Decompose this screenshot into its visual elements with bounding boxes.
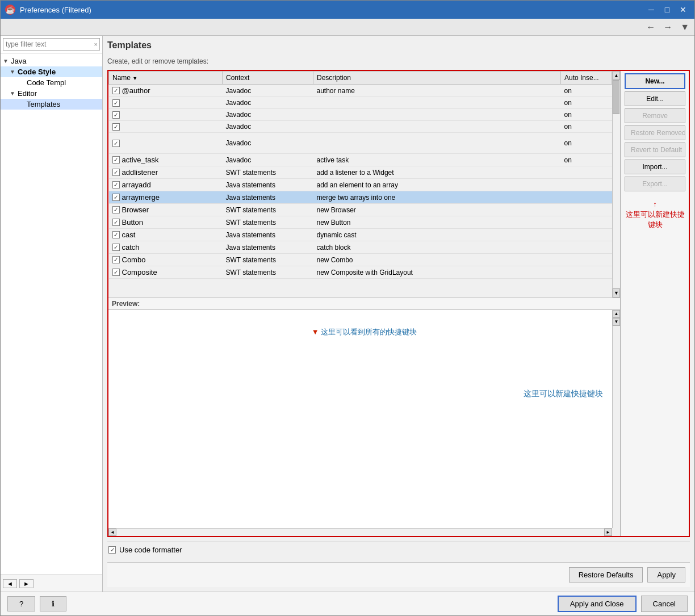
import-button[interactable]: Import... <box>625 160 685 174</box>
cell-description <box>313 97 561 109</box>
row-checkbox[interactable] <box>112 87 120 94</box>
cell-context: Java statements <box>223 191 313 204</box>
cell-auto: on <box>561 154 612 166</box>
name-value: cast <box>122 231 136 239</box>
preview-scroll-down[interactable]: ▼ <box>613 318 620 326</box>
table-row[interactable]: Combo SWT statements new Combo <box>109 254 612 266</box>
forward-button[interactable]: → <box>660 20 675 34</box>
sidebar-item-editor[interactable]: ▼ Editor <box>1 88 102 99</box>
table-row[interactable]: active_task Javadoc active task on <box>109 154 612 166</box>
table-row[interactable]: Javadoc on <box>109 109 612 121</box>
sidebar-prev-button[interactable]: ◄ <box>3 579 17 588</box>
new-button[interactable]: New... <box>625 73 685 89</box>
table-row[interactable]: @author Javadoc author name on <box>109 85 612 97</box>
apply-button[interactable]: Apply <box>647 567 685 583</box>
remove-button[interactable]: Remove <box>625 108 685 123</box>
table-row[interactable]: Button SWT statements new Button <box>109 216 612 229</box>
cell-auto <box>561 191 612 204</box>
row-checkbox[interactable] <box>112 194 120 201</box>
table-row[interactable]: catch Java statements catch block <box>109 241 612 254</box>
name-value: @author <box>122 86 150 95</box>
preview-scroll-left[interactable]: ◄ <box>108 529 116 536</box>
cell-name <box>109 97 223 109</box>
revert-to-default-button[interactable]: Revert to Default <box>625 143 685 157</box>
col-name[interactable]: Name ▼ <box>109 72 223 85</box>
annotation-text: ↑ 这里可以新建快捷键块 <box>625 199 685 231</box>
row-checkbox[interactable] <box>112 256 120 263</box>
sidebar-item-java[interactable]: ▼ Java <box>1 56 102 66</box>
back-button[interactable]: ← <box>643 20 658 34</box>
table-row[interactable]: cast Java statements dynamic cast <box>109 229 612 241</box>
help-button[interactable]: ? <box>7 596 35 611</box>
row-checkbox[interactable] <box>112 181 120 188</box>
minimize-button[interactable]: ─ <box>644 3 658 16</box>
preview-content: ▼ 这里可以看到所有的快捷键块 <box>108 321 620 343</box>
restore-defaults-button[interactable]: Restore Defaults <box>569 567 643 583</box>
preview-scrollbar-horizontal[interactable]: ◄ ► <box>108 528 612 536</box>
preview-scrollbar-vertical[interactable]: ▲ ▼ <box>612 310 620 537</box>
footer-left: ? ℹ <box>7 596 66 611</box>
row-checkbox[interactable] <box>112 123 120 131</box>
cell-description <box>313 109 561 121</box>
table-row[interactable]: Javadoc on <box>109 133 612 154</box>
row-checkbox[interactable] <box>112 169 120 176</box>
row-checkbox[interactable] <box>112 269 120 276</box>
apply-and-close-button[interactable]: Apply and Close <box>558 596 637 612</box>
row-checkbox[interactable] <box>112 156 120 164</box>
filter-input[interactable] <box>3 38 100 51</box>
preview-area: ▼ 这里可以看到所有的快捷键块 ▲ ▼ ◄ <box>108 309 620 537</box>
table-row[interactable]: Javadoc on <box>109 97 612 109</box>
cell-description: author name <box>313 85 561 97</box>
name-value: arrayadd <box>122 181 151 189</box>
col-context[interactable]: Context <box>223 72 313 85</box>
sidebar-tree: ▼ Java ▼ Code Style Code Templ ▼ Editor <box>1 53 102 575</box>
cell-name: @author <box>109 85 223 97</box>
table-row[interactable]: Javadoc on <box>109 121 612 133</box>
col-auto[interactable]: Auto Inse... <box>561 72 612 85</box>
row-checkbox[interactable] <box>112 111 120 119</box>
table-row[interactable]: arrayadd Java statements add an element … <box>109 179 612 191</box>
table-row[interactable]: Composite SWT statements new Composite w… <box>109 266 612 279</box>
maximize-button[interactable]: □ <box>660 3 674 16</box>
scroll-track[interactable] <box>613 80 620 288</box>
cancel-button[interactable]: Cancel <box>641 596 688 612</box>
name-value: addlistener <box>122 168 158 177</box>
row-checkbox[interactable] <box>112 99 120 107</box>
filter-clear-button[interactable]: × <box>94 41 98 48</box>
table-row[interactable]: arraymerge Java statements merge two arr… <box>109 191 612 204</box>
window-title: Preferences (Filtered) <box>20 6 640 14</box>
scroll-thumb[interactable] <box>613 80 619 114</box>
row-checkbox[interactable] <box>112 244 120 251</box>
info-button[interactable]: ℹ <box>40 596 66 611</box>
sidebar-item-code-style[interactable]: ▼ Code Style <box>1 66 102 77</box>
scroll-up-button[interactable]: ▲ <box>613 71 620 80</box>
cell-auto: on <box>561 133 612 154</box>
row-checkbox[interactable] <box>112 140 120 147</box>
col-description[interactable]: Description <box>313 72 561 85</box>
table-row[interactable]: addlistener SWT statements add a listene… <box>109 166 612 179</box>
scrollbar-corner <box>612 528 620 536</box>
restore-removed-button[interactable]: Restore Removed <box>625 125 685 140</box>
preview-scroll-right[interactable]: ► <box>604 529 612 536</box>
cell-name: catch <box>109 241 223 254</box>
sidebar-item-code-templ[interactable]: Code Templ <box>1 77 102 88</box>
table-wrapper[interactable]: Name ▼ Context Description Auto Inse... <box>108 71 612 297</box>
right-panel: Templates Create, edit or remove templat… <box>103 36 694 592</box>
sidebar-item-templates[interactable]: Templates <box>1 99 102 110</box>
page-subtitle: Create, edit or remove templates: <box>107 57 690 65</box>
use-formatter-checkbox[interactable] <box>108 546 116 554</box>
dropdown-button[interactable]: ▼ <box>677 20 692 34</box>
preview-scroll-up[interactable]: ▲ <box>613 310 620 318</box>
export-button[interactable]: Export... <box>625 177 685 191</box>
scroll-down-button[interactable]: ▼ <box>613 288 620 297</box>
sidebar-next-button[interactable]: ► <box>19 579 34 588</box>
filter-box: × <box>1 36 102 53</box>
row-checkbox[interactable] <box>112 219 120 226</box>
cell-description: dynamic cast <box>313 229 561 241</box>
edit-button[interactable]: Edit... <box>625 91 685 106</box>
row-checkbox[interactable] <box>112 206 120 213</box>
cell-description: active task <box>313 154 561 166</box>
close-button[interactable]: ✕ <box>676 3 690 16</box>
row-checkbox[interactable] <box>112 231 120 238</box>
table-row[interactable]: Browser SWT statements new Browser <box>109 204 612 216</box>
